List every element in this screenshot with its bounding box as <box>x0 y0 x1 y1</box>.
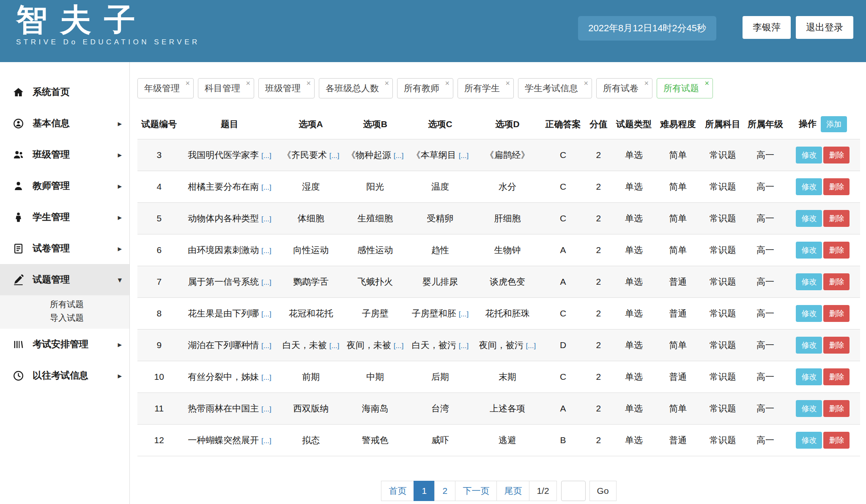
sidebar-item-8[interactable]: 考试安排管理▸ <box>0 329 129 360</box>
expand-link[interactable]: [...] <box>459 342 469 350</box>
edit-button[interactable]: 修改 <box>796 400 822 417</box>
page-next-button[interactable]: 下一页 <box>455 481 497 501</box>
page-first-button[interactable]: 首页 <box>381 481 414 501</box>
expand-link[interactable]: [...] <box>329 152 340 160</box>
page-button-1[interactable]: 1 <box>414 481 435 501</box>
tab-2[interactable]: 科目管理× <box>198 78 254 98</box>
delete-button[interactable]: 删除 <box>823 210 850 227</box>
expand-link[interactable]: [...] <box>261 342 271 350</box>
expand-link[interactable]: [...] <box>526 342 536 350</box>
tab-5[interactable]: 所有教师× <box>397 78 453 98</box>
goto-page-input[interactable] <box>561 481 586 501</box>
expand-link[interactable]: [...] <box>261 183 271 191</box>
page-button-2[interactable]: 2 <box>434 481 455 501</box>
expand-link[interactable]: [...] <box>261 437 271 445</box>
expand-link[interactable]: [...] <box>459 152 469 160</box>
question-id: 9 <box>137 330 181 361</box>
tab-8[interactable]: 所有试卷× <box>596 78 652 98</box>
delete-button[interactable]: 删除 <box>823 178 850 195</box>
option-C: 威吓 <box>407 425 473 456</box>
sidebar-item-2[interactable]: 基本信息▸ <box>0 108 129 139</box>
option-D: 生物钟 <box>474 234 542 266</box>
score: 2 <box>585 425 612 456</box>
option-D: 逃避 <box>474 425 542 456</box>
expand-link[interactable]: [...] <box>261 215 271 223</box>
close-icon[interactable]: × <box>505 79 510 87</box>
close-icon[interactable]: × <box>246 79 250 87</box>
page-last-button[interactable]: 尾页 <box>496 481 529 501</box>
close-icon[interactable]: × <box>306 79 311 87</box>
option-B: 《物种起源 [...] <box>343 139 407 171</box>
option-B: 警戒色 <box>343 425 407 456</box>
logout-button[interactable]: 退出登录 <box>796 16 853 39</box>
expand-link[interactable]: [...] <box>329 342 340 350</box>
row-actions: 修改删除 <box>786 425 860 456</box>
sidebar-item-1[interactable]: 系统首页 <box>0 76 129 108</box>
tab-3[interactable]: 班级管理× <box>258 78 315 98</box>
user-button[interactable]: 李银萍 <box>743 16 791 39</box>
sidebar-item-7[interactable]: 试题管理▾ <box>0 264 129 295</box>
delete-button[interactable]: 删除 <box>823 432 850 449</box>
column-header: 选项A <box>278 109 343 139</box>
tab-9[interactable]: 所有试题× <box>657 78 713 98</box>
correct-answer: C <box>541 171 585 203</box>
close-icon[interactable]: × <box>185 79 190 87</box>
question-type: 单选 <box>612 393 656 425</box>
expand-link[interactable]: [...] <box>394 342 404 350</box>
edit-button[interactable]: 修改 <box>796 337 822 354</box>
sidebar-item-5[interactable]: 学生管理▸ <box>0 202 129 233</box>
close-icon[interactable]: × <box>384 79 389 87</box>
expand-link[interactable]: [...] <box>261 152 271 160</box>
page-body: 系统首页基本信息▸班级管理▸教师管理▸学生管理▸试卷管理▸试题管理▾所有试题导入… <box>0 62 866 504</box>
add-button[interactable]: 添加 <box>821 116 847 132</box>
expand-link[interactable]: [...] <box>394 152 404 160</box>
sidebar-item-9[interactable]: 以往考试信息▸ <box>0 360 129 391</box>
edit-button[interactable]: 修改 <box>796 273 822 290</box>
close-icon[interactable]: × <box>704 79 709 87</box>
sidebar-item-label: 学生管理 <box>33 211 118 223</box>
edit-button[interactable]: 修改 <box>796 432 822 449</box>
go-button[interactable]: Go <box>589 481 617 501</box>
sidebar-item-4[interactable]: 教师管理▸ <box>0 170 129 202</box>
option-A: 拟态 <box>278 425 343 456</box>
edit-button[interactable]: 修改 <box>796 242 822 259</box>
delete-button[interactable]: 删除 <box>823 400 850 417</box>
delete-button[interactable]: 删除 <box>823 273 850 290</box>
edit-button[interactable]: 修改 <box>796 305 822 322</box>
tab-label: 学生考试信息 <box>525 83 578 93</box>
question-type: 单选 <box>612 330 656 361</box>
sidebar-subitem[interactable]: 所有试题 <box>0 297 129 311</box>
delete-button[interactable]: 删除 <box>823 242 850 259</box>
edit-button[interactable]: 修改 <box>796 368 822 385</box>
delete-button[interactable]: 删除 <box>823 337 850 354</box>
option-A: 湿度 <box>278 171 343 203</box>
question-type: 单选 <box>612 425 656 456</box>
delete-button[interactable]: 删除 <box>823 305 850 322</box>
close-icon[interactable]: × <box>584 79 588 87</box>
subject: 常识题 <box>700 393 745 425</box>
chevron-right-icon: ▸ <box>118 181 122 191</box>
expand-link[interactable]: [...] <box>261 247 271 255</box>
expand-link[interactable]: [...] <box>459 310 469 318</box>
sidebar-item-3[interactable]: 班级管理▸ <box>0 139 129 170</box>
expand-link[interactable]: [...] <box>261 405 271 413</box>
question-title: 一种蝴蝶突然展开 [...] <box>181 425 279 456</box>
tab-1[interactable]: 年级管理× <box>137 78 194 98</box>
tab-6[interactable]: 所有学生× <box>458 78 514 98</box>
edit-button[interactable]: 修改 <box>796 210 822 227</box>
option-A: 体细胞 <box>278 203 343 234</box>
expand-link[interactable]: [...] <box>261 278 271 286</box>
tab-4[interactable]: 各班级总人数× <box>319 78 393 98</box>
delete-button[interactable]: 删除 <box>823 368 850 385</box>
delete-button[interactable]: 删除 <box>823 147 850 163</box>
tab-7[interactable]: 学生考试信息× <box>518 78 592 98</box>
expand-link[interactable]: [...] <box>261 373 271 381</box>
expand-link[interactable]: [...] <box>261 310 271 318</box>
option-B: 海南岛 <box>343 393 407 425</box>
close-icon[interactable]: × <box>644 79 649 87</box>
sidebar-item-6[interactable]: 试卷管理▸ <box>0 233 129 264</box>
edit-button[interactable]: 修改 <box>796 147 822 163</box>
close-icon[interactable]: × <box>445 79 449 87</box>
edit-button[interactable]: 修改 <box>796 178 822 195</box>
sidebar-subitem[interactable]: 导入试题 <box>0 311 129 324</box>
